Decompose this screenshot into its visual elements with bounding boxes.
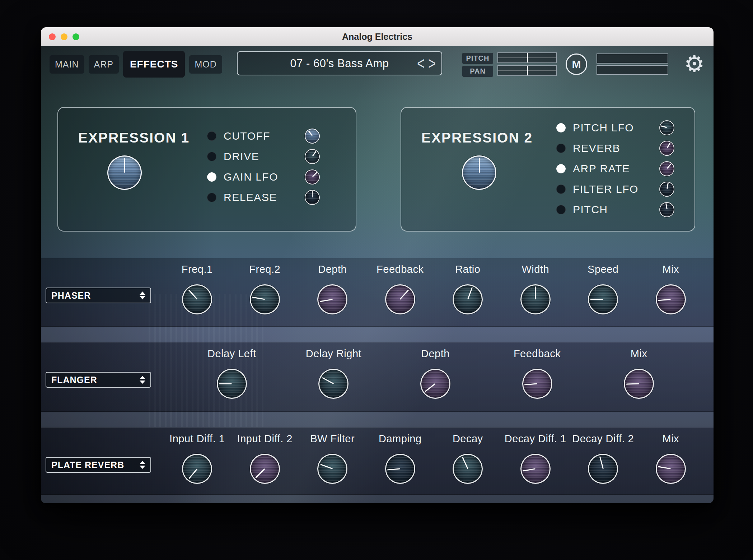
option-knob[interactable] — [659, 182, 674, 197]
pitch-slider[interactable] — [497, 52, 557, 63]
tab-arp[interactable]: ARP — [89, 55, 119, 74]
slider-handle[interactable] — [527, 53, 528, 62]
knob-pointer — [320, 464, 333, 469]
option-knob[interactable] — [305, 129, 320, 144]
knob-pointer — [667, 183, 668, 189]
option-knob[interactable] — [305, 190, 320, 205]
preset-next-button[interactable]: > — [428, 55, 436, 72]
fx-knob-cell: Freq.2 — [231, 258, 299, 326]
option-radio-unselected[interactable] — [207, 131, 216, 141]
knob-pointer — [312, 172, 317, 177]
knob-label: Mix — [662, 433, 679, 444]
option-radio-unselected[interactable] — [556, 185, 566, 194]
flanger-effect-selector[interactable]: FLANGER — [46, 372, 151, 388]
pan-slider[interactable] — [497, 65, 557, 76]
phaser-knobs: Freq.1Freq.2DepthFeedbackRatioWidthSpeed… — [163, 258, 705, 326]
option-radio-selected[interactable] — [207, 172, 216, 182]
fx-knob-cell: Decay Diff. 1 — [502, 428, 570, 494]
fx-knob[interactable] — [588, 284, 618, 314]
close-button[interactable] — [49, 33, 56, 40]
option-knob[interactable] — [659, 202, 674, 217]
fx-knob[interactable] — [624, 369, 654, 399]
knob-pointer — [255, 468, 265, 478]
fx-knob-cell: Input Diff. 2 — [231, 428, 299, 494]
fx-knob[interactable] — [656, 284, 686, 314]
knob-pointer — [599, 456, 604, 469]
midi-m-button[interactable]: M — [566, 53, 587, 75]
fx-knob[interactable] — [656, 454, 686, 484]
app-window: Analog Electrics MAIN ARP EFFECTS MOD 07… — [41, 27, 714, 503]
knob-pointer — [658, 466, 671, 469]
tab-mod[interactable]: MOD — [189, 55, 222, 74]
knob-label: Mix — [662, 263, 679, 275]
option-radio-unselected[interactable] — [207, 152, 216, 161]
option-knob[interactable] — [659, 120, 674, 135]
preset-arrows: < > — [417, 52, 436, 75]
preset-selector[interactable]: 07 - 60's Bass Amp < > — [237, 51, 442, 75]
fx-knob[interactable] — [217, 369, 247, 399]
fx-knob[interactable] — [522, 369, 552, 399]
fx-knob-cell: Ratio — [434, 258, 502, 326]
effect-name: PLATE REVERB — [51, 460, 124, 470]
fx-knob[interactable] — [420, 369, 450, 399]
fx-knob[interactable] — [453, 454, 483, 484]
slider-handle[interactable] — [527, 66, 528, 75]
updown-arrows-icon — [140, 376, 145, 384]
option-radio-unselected[interactable] — [556, 205, 566, 214]
level-bar-top[interactable] — [597, 53, 668, 64]
fx-knob[interactable] — [588, 454, 618, 484]
option-label: GAIN LFO — [224, 171, 278, 183]
tab-effects[interactable]: EFFECTS — [123, 51, 185, 78]
option-radio-unselected[interactable] — [207, 193, 216, 202]
fx-knob[interactable] — [520, 284, 551, 314]
reverb-effect-selector[interactable]: PLATE REVERB — [46, 457, 151, 473]
fx-knob[interactable] — [182, 284, 212, 314]
knob-pointer — [320, 299, 333, 302]
knob-pointer — [400, 289, 409, 300]
fx-knob[interactable] — [453, 284, 483, 314]
fx-knob-cell: Width — [502, 258, 570, 326]
expression-option-row: DRIVE — [207, 146, 320, 167]
fx-knob[interactable] — [385, 284, 415, 314]
knob-pointer — [308, 131, 313, 136]
fx-knob-cell: Delay Left — [181, 342, 283, 411]
knob-pointer — [667, 163, 671, 169]
expression-2-title: EXPRESSION 2 — [421, 130, 533, 146]
tab-main[interactable]: MAIN — [50, 55, 84, 74]
knob-pointer — [462, 457, 468, 469]
option-radio-unselected[interactable] — [556, 144, 566, 153]
zoom-button[interactable] — [73, 33, 79, 40]
fx-knob[interactable] — [385, 454, 415, 484]
expression-2-knob-slot — [462, 155, 496, 190]
option-knob[interactable] — [305, 169, 320, 185]
option-radio-selected[interactable] — [556, 123, 566, 132]
fx-knob[interactable] — [182, 454, 212, 484]
expression-option-row: REVERB — [556, 138, 674, 158]
option-knob[interactable] — [659, 161, 674, 176]
fx-knob[interactable] — [318, 369, 349, 399]
fx-knob[interactable] — [250, 454, 280, 484]
knob-label: Input Diff. 2 — [237, 433, 293, 444]
knob-pointer — [322, 377, 334, 384]
option-radio-selected[interactable] — [556, 164, 566, 173]
fx-knob[interactable] — [520, 454, 551, 484]
knob-pointer — [124, 158, 125, 173]
updown-arrows-icon — [140, 291, 145, 299]
plugin-ui: MAIN ARP EFFECTS MOD 07 - 60's Bass Amp … — [41, 46, 714, 503]
preset-prev-button[interactable]: < — [417, 55, 425, 72]
option-label: ARP RATE — [573, 163, 630, 175]
fx-knob[interactable] — [317, 284, 347, 314]
reverb-knobs: Input Diff. 1Input Diff. 2BW FilterDampi… — [163, 428, 705, 494]
fx-knob[interactable] — [317, 454, 347, 484]
option-knob[interactable] — [305, 149, 320, 164]
expression-main-knob[interactable] — [462, 155, 496, 190]
titlebar: Analog Electrics — [41, 27, 714, 46]
knob-label: Delay Left — [207, 348, 256, 359]
level-bar-bottom[interactable] — [597, 65, 668, 75]
expression-main-knob[interactable] — [107, 155, 142, 190]
option-knob[interactable] — [659, 141, 674, 156]
phaser-effect-selector[interactable]: PHASER — [46, 288, 151, 303]
fx-knob[interactable] — [250, 284, 280, 314]
settings-gear-icon[interactable]: ⚙ — [684, 52, 705, 76]
minimize-button[interactable] — [61, 33, 67, 40]
